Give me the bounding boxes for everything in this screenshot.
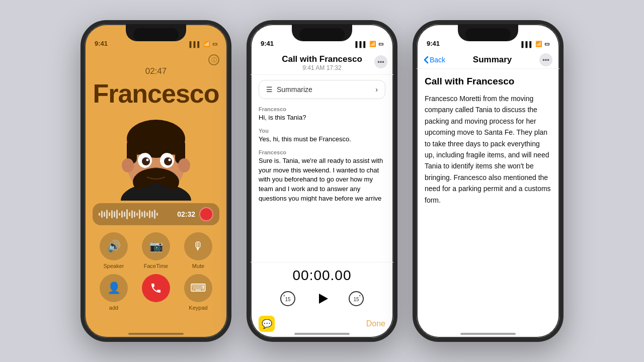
- mute-button[interactable]: 🎙 Mute: [184, 232, 212, 269]
- svg-point-10: [142, 157, 150, 165]
- playback-controls: 15 15: [279, 288, 365, 310]
- skip-forward-button[interactable]: 15: [347, 290, 365, 308]
- end-call-button[interactable]: [142, 274, 170, 311]
- message-text-2: Sure is. Tania, we're all ready to assis…: [259, 156, 385, 202]
- summarize-button[interactable]: ☰ Summarize ›: [259, 80, 385, 99]
- chat-icon-button[interactable]: 💬: [259, 316, 275, 332]
- signal-icon: ▌▌▌: [190, 41, 201, 47]
- svg-text:15: 15: [353, 297, 359, 302]
- battery-icon: ▭: [212, 41, 217, 47]
- summary-text: Francesco Moretti from the moving compan…: [425, 93, 551, 206]
- status-time-1: 9:41: [95, 40, 108, 47]
- phone-active-call: 9:41 ▌▌▌ 📶 ▭ ⓘ 02:47 Francesco: [80, 20, 231, 342]
- mute-icon: 🎙: [184, 232, 212, 260]
- signal-icon-2: ▌▌▌: [356, 41, 367, 47]
- recording-button[interactable]: [199, 207, 213, 221]
- wifi-icon: 📶: [203, 41, 210, 47]
- play-button[interactable]: [311, 288, 333, 310]
- phone-summary: 9:41 ▌▌▌ 📶 ▭ Back Summary ••• Call with …: [413, 20, 564, 342]
- battery-icon-2: ▭: [378, 41, 383, 47]
- summarize-label: Summarize: [277, 85, 312, 94]
- transcript-header: Call with Francesco 9:41 AM 17:32 •••: [251, 49, 393, 75]
- svg-point-11: [164, 157, 172, 165]
- home-indicator-1: [128, 333, 184, 335]
- skip-back-button[interactable]: 15: [279, 290, 297, 308]
- recording-bar: 02:32: [93, 203, 219, 225]
- summary-screen: Back Summary ••• Call with Francesco Fra…: [417, 49, 559, 338]
- summary-title: Call with Francesco: [425, 76, 551, 87]
- mute-label: Mute: [192, 263, 204, 269]
- add-icon: 👤: [100, 274, 128, 302]
- facetime-label: FaceTime: [144, 263, 169, 269]
- summarize-chevron: ›: [375, 85, 378, 94]
- call-controls: 🔊 Speaker 📷 FaceTime 🎙 Mute 👤 add: [93, 232, 219, 311]
- info-icon[interactable]: ⓘ: [208, 54, 219, 65]
- call-timer: 02:47: [145, 66, 167, 76]
- speaker-1: You: [259, 128, 385, 134]
- back-button[interactable]: Back: [424, 56, 445, 64]
- transcript-scroll: ☰ Summarize › Francesco Hi, is this Tani…: [251, 75, 393, 262]
- svg-point-13: [169, 159, 171, 161]
- status-icons-3: ▌▌▌ 📶 ▭: [522, 41, 549, 47]
- message-0: Francesco Hi, is this Tania?: [259, 106, 385, 123]
- status-icons-1: ▌▌▌ 📶 ▭: [190, 41, 217, 47]
- add-label: add: [109, 305, 118, 311]
- svg-marker-18: [319, 294, 328, 304]
- speaker-2: Francesco: [259, 149, 385, 155]
- transcript-screen: Call with Francesco 9:41 AM 17:32 ••• ☰ …: [251, 49, 393, 338]
- call-btn-row-2: 👤 add ⌨ Keypad: [93, 274, 219, 311]
- add-button[interactable]: 👤 add: [100, 274, 128, 311]
- home-indicator-2: [294, 333, 350, 335]
- message-text-1: Yes, hi, this must be Francesco.: [259, 135, 385, 144]
- wifi-icon-3: 📶: [535, 41, 542, 47]
- more-options-button[interactable]: •••: [374, 55, 387, 68]
- summary-navigation: Back Summary •••: [417, 49, 559, 69]
- status-time-3: 9:41: [427, 40, 440, 47]
- phone-transcript: 9:41 ▌▌▌ 📶 ▭ Call with Francesco 9:41 AM…: [247, 20, 397, 342]
- done-button[interactable]: Done: [366, 319, 385, 328]
- speaker-button[interactable]: 🔊 Speaker: [100, 232, 128, 269]
- facetime-button[interactable]: 📷 FaceTime: [142, 232, 170, 269]
- speaker-icon: 🔊: [100, 232, 128, 260]
- waveform: [99, 209, 173, 220]
- call-btn-row-1: 🔊 Speaker 📷 FaceTime 🎙 Mute: [93, 232, 219, 269]
- summary-more-button[interactable]: •••: [539, 53, 552, 66]
- home-indicator-3: [460, 333, 516, 335]
- playback-section: 00:00.00 15 15: [251, 262, 393, 313]
- dynamic-island-2: [299, 28, 345, 41]
- keypad-label: Keypad: [189, 305, 207, 311]
- summary-body: Call with Francesco Francesco Moretti fr…: [417, 69, 559, 338]
- status-icons-2: ▌▌▌ 📶 ▭: [356, 41, 383, 47]
- summarize-icon: ☰: [266, 85, 273, 94]
- svg-point-6: [122, 158, 134, 172]
- speaker-label: Speaker: [104, 263, 124, 269]
- speaker-0: Francesco: [259, 106, 385, 112]
- keypad-button[interactable]: ⌨ Keypad: [184, 274, 212, 311]
- memoji-svg: [116, 113, 196, 201]
- transcript-title: Call with Francesco: [259, 54, 385, 64]
- message-2: Francesco Sure is. Tania, we're all read…: [259, 149, 385, 202]
- message-text-0: Hi, is this Tania?: [259, 113, 385, 123]
- svg-point-7: [178, 158, 190, 172]
- svg-text:15: 15: [285, 297, 291, 302]
- summary-nav-title: Summary: [473, 55, 512, 65]
- back-label: Back: [430, 56, 445, 64]
- playback-time: 00:00.00: [293, 267, 352, 284]
- dynamic-island: [133, 28, 179, 41]
- status-time-2: 9:41: [261, 40, 274, 47]
- dynamic-island-3: [465, 28, 511, 41]
- caller-name: Francesco: [93, 78, 219, 109]
- wifi-icon-2: 📶: [369, 41, 376, 47]
- message-1: You Yes, hi, this must be Francesco.: [259, 128, 385, 144]
- end-call-icon: [142, 274, 170, 302]
- caller-avatar: [116, 113, 196, 198]
- keypad-icon: ⌨: [184, 274, 212, 302]
- summarize-left: ☰ Summarize: [266, 85, 312, 94]
- signal-icon-3: ▌▌▌: [522, 41, 533, 47]
- battery-icon-3: ▭: [544, 41, 549, 47]
- transcript-subtitle: 9:41 AM 17:32: [259, 64, 385, 71]
- facetime-icon: 📷: [142, 232, 170, 260]
- svg-point-12: [146, 159, 149, 161]
- recording-time: 02:32: [177, 210, 195, 218]
- call-screen: ⓘ 02:47 Francesco: [85, 49, 227, 338]
